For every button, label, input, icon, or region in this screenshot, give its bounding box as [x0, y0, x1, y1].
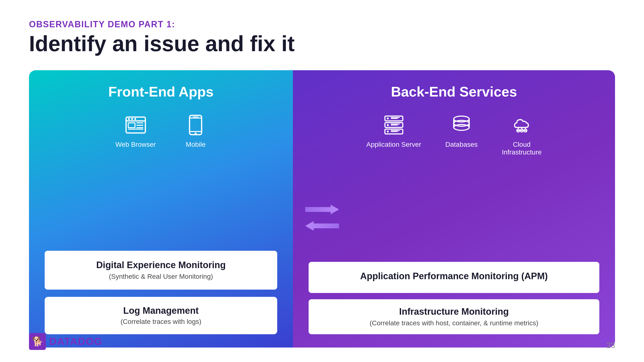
arrow-left-icon — [305, 220, 339, 232]
web-browser-label: Web Browser — [116, 141, 156, 148]
web-browser-item: Web Browser — [116, 114, 156, 148]
log-title: Log Management — [57, 306, 265, 316]
infra-title: Infrastructure Monitoring — [322, 307, 586, 317]
frontend-panel: Front-End Apps — [29, 70, 293, 348]
infra-box: Infrastructure Monitoring (Correlate tra… — [308, 299, 599, 334]
svg-point-22 — [387, 131, 389, 132]
svg-point-21 — [387, 124, 389, 126]
datadog-logo-icon: 🐕 — [29, 333, 46, 350]
datadog-logo: 🐕 DATADOG — [29, 333, 102, 350]
svg-point-13 — [194, 132, 196, 134]
log-subtitle: (Correlate traces with logs) — [57, 318, 265, 326]
app-server-label: Application Server — [366, 141, 421, 148]
page-title: Identify an issue and fix it — [29, 32, 615, 56]
database-label: Databases — [445, 141, 478, 148]
database-item: Databases — [445, 114, 478, 156]
database-icon — [450, 114, 472, 136]
arrows-container — [305, 203, 339, 232]
backend-icons-row: Application Server Databases — [366, 114, 542, 156]
cloud-label: Cloud Infrastructure — [502, 141, 542, 156]
svg-point-20 — [387, 117, 389, 119]
cloud-item: Cloud Infrastructure — [502, 114, 542, 156]
infra-subtitle: (Correlate traces with host, container, … — [322, 319, 586, 327]
subtitle: OBSERVABILITY DEMO PART 1: — [29, 19, 615, 29]
brand-name: DATADOG — [49, 336, 102, 347]
apm-title: Application Performance Monitoring (APM) — [322, 271, 586, 281]
footer: 🐕 DATADOG — [29, 333, 102, 350]
svg-rect-2 — [128, 123, 135, 128]
arrow-right-icon — [305, 203, 339, 216]
dem-subtitle: (Synthetic & Real User Monitoring) — [58, 273, 264, 280]
apm-box: Application Performance Monitoring (APM) — [308, 262, 599, 293]
backend-panel: Back-End Services — [293, 70, 615, 348]
svg-rect-14 — [193, 117, 198, 117]
svg-point-33 — [454, 120, 469, 126]
page-number: 23 — [606, 341, 615, 350]
backend-title: Back-End Services — [391, 83, 517, 100]
svg-marker-15 — [305, 205, 339, 214]
svg-point-8 — [131, 118, 133, 120]
dem-title: Digital Experience Monitoring — [58, 260, 264, 270]
mobile-item: Mobile — [185, 114, 206, 148]
mobile-icon — [185, 114, 206, 136]
svg-point-7 — [128, 118, 130, 120]
header: OBSERVABILITY DEMO PART 1: Identify an i… — [29, 19, 615, 56]
cloud-icon — [511, 114, 533, 136]
app-server-item: Application Server — [366, 114, 421, 156]
page-container: OBSERVABILITY DEMO PART 1: Identify an i… — [0, 0, 644, 362]
frontend-title: Front-End Apps — [108, 83, 214, 100]
frontend-icons-row: Web Browser Mobile — [116, 114, 207, 148]
server-icon — [383, 114, 405, 136]
log-box: Log Management (Correlate traces with lo… — [45, 297, 277, 334]
svg-marker-16 — [305, 221, 339, 231]
mobile-label: Mobile — [186, 141, 206, 148]
diagram-container: Front-End Apps — [29, 70, 615, 348]
svg-text:🐕: 🐕 — [32, 336, 44, 347]
svg-point-9 — [134, 118, 136, 120]
browser-icon — [125, 114, 146, 136]
dem-box: Digital Experience Monitoring (Synthetic… — [45, 251, 277, 290]
